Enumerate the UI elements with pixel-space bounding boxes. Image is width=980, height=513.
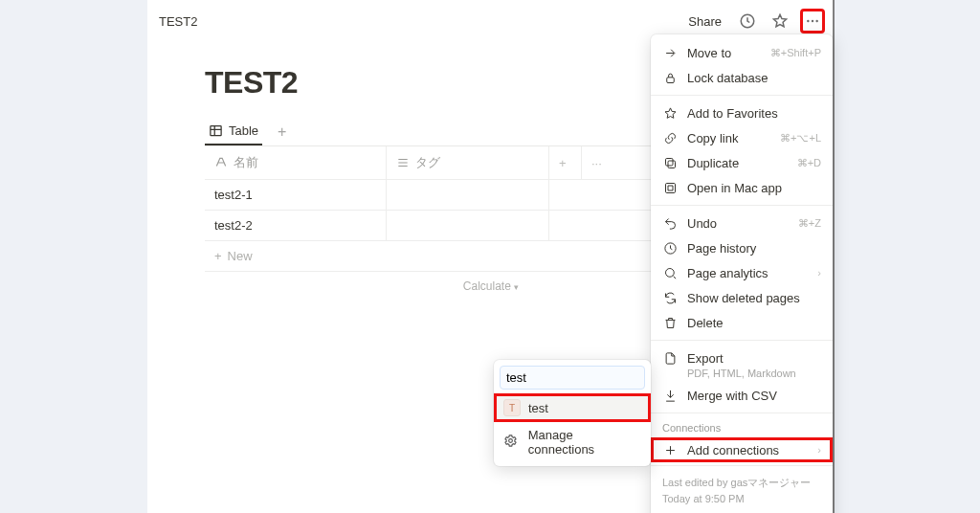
menu-last-edited: Last edited by gasマネージャー Today at 9:50 P… xyxy=(651,469,833,512)
connections-search-input[interactable] xyxy=(500,366,645,390)
table-icon xyxy=(209,123,223,138)
add-column-button[interactable]: + xyxy=(549,146,582,179)
star-icon xyxy=(662,105,678,121)
chevron-down-icon: ▾ xyxy=(514,282,519,292)
column-more-button[interactable]: ··· xyxy=(582,146,614,179)
topbar-actions: Share xyxy=(682,9,825,33)
breadcrumb-title[interactable]: TEST2 xyxy=(157,14,682,29)
svg-point-10 xyxy=(665,268,674,277)
new-row-label: New xyxy=(228,249,253,263)
menu-item-copy-link[interactable]: Copy link ⌘+⌥+L xyxy=(651,125,833,150)
column-header-tags[interactable]: タグ xyxy=(387,146,549,179)
svg-rect-4 xyxy=(211,126,221,136)
refresh-icon xyxy=(662,290,678,305)
svg-point-3 xyxy=(815,20,817,22)
share-button[interactable]: Share xyxy=(682,11,727,33)
menu-item-page-analytics[interactable]: Page analytics › xyxy=(651,260,833,285)
svg-rect-5 xyxy=(666,77,674,82)
svg-rect-6 xyxy=(668,161,676,168)
column-header-name-label: 名前 xyxy=(234,154,258,171)
title-prop-icon xyxy=(214,156,228,169)
svg-point-2 xyxy=(812,20,813,22)
download-icon xyxy=(662,388,678,403)
favorite-star-icon[interactable] xyxy=(768,9,792,33)
menu-item-add-favorites[interactable]: Add to Favorites xyxy=(651,100,833,125)
column-header-tags-label: タグ xyxy=(415,154,440,171)
chevron-right-icon: › xyxy=(817,444,821,456)
connections-search-popup: T test Manage connections xyxy=(494,360,651,466)
svg-point-1 xyxy=(807,20,809,22)
multi-select-prop-icon xyxy=(396,156,410,169)
column-header-name[interactable]: 名前 xyxy=(205,146,387,179)
menu-item-page-history[interactable]: Page history xyxy=(651,235,833,260)
undo-icon xyxy=(662,215,678,231)
link-icon xyxy=(662,130,678,145)
export-icon xyxy=(662,350,678,366)
menu-item-export[interactable]: Export xyxy=(651,346,833,370)
duplicate-icon xyxy=(662,155,678,170)
menu-item-show-deleted[interactable]: Show deleted pages xyxy=(651,285,833,310)
view-tab-table[interactable]: Table xyxy=(205,118,262,145)
svg-rect-7 xyxy=(665,158,673,166)
menu-item-delete[interactable]: Delete xyxy=(651,310,833,335)
menu-connections-heading: Connections xyxy=(651,416,833,437)
arrow-right-icon xyxy=(662,45,678,60)
trash-icon xyxy=(662,315,678,330)
menu-item-undo[interactable]: Undo ⌘+Z xyxy=(651,211,833,235)
menu-item-lock-database[interactable]: Lock database xyxy=(651,65,833,90)
plus-icon xyxy=(662,442,678,457)
view-tab-label: Table xyxy=(229,123,258,138)
manage-connections-item[interactable]: Manage connections xyxy=(494,422,651,462)
plus-icon: + xyxy=(214,249,222,263)
history-icon xyxy=(662,240,678,256)
menu-item-open-mac-app[interactable]: Open in Mac app xyxy=(651,175,833,200)
chevron-right-icon: › xyxy=(817,267,821,279)
menu-item-add-connections[interactable]: Add connections › xyxy=(651,437,833,462)
analytics-icon xyxy=(662,265,678,280)
table-cell-name[interactable]: test2-2 xyxy=(205,211,387,240)
window-divider xyxy=(833,0,835,513)
menu-item-duplicate[interactable]: Duplicate ⌘+D xyxy=(651,150,833,175)
gear-icon xyxy=(503,434,521,451)
menu-item-merge-csv[interactable]: Merge with CSV xyxy=(651,383,833,408)
connection-result-label: test xyxy=(528,401,548,415)
connection-app-icon: T xyxy=(503,399,521,416)
app-icon xyxy=(662,180,678,195)
connection-result-item[interactable]: T test xyxy=(494,393,651,422)
table-cell-name[interactable]: test2-1 xyxy=(205,180,387,210)
svg-point-12 xyxy=(509,439,513,443)
table-cell-tags[interactable] xyxy=(387,180,549,210)
table-cell-tags[interactable] xyxy=(387,211,549,240)
menu-item-move-to[interactable]: Move to ⌘+Shift+P xyxy=(651,40,833,65)
svg-rect-8 xyxy=(665,183,675,192)
page-actions-menu: Move to ⌘+Shift+P Lock database Add to F… xyxy=(651,34,833,513)
manage-connections-label: Manage connections xyxy=(528,428,641,457)
more-menu-button[interactable] xyxy=(800,9,825,33)
lock-icon xyxy=(662,70,678,85)
updates-icon[interactable] xyxy=(735,9,760,33)
add-view-button[interactable]: + xyxy=(272,123,292,141)
